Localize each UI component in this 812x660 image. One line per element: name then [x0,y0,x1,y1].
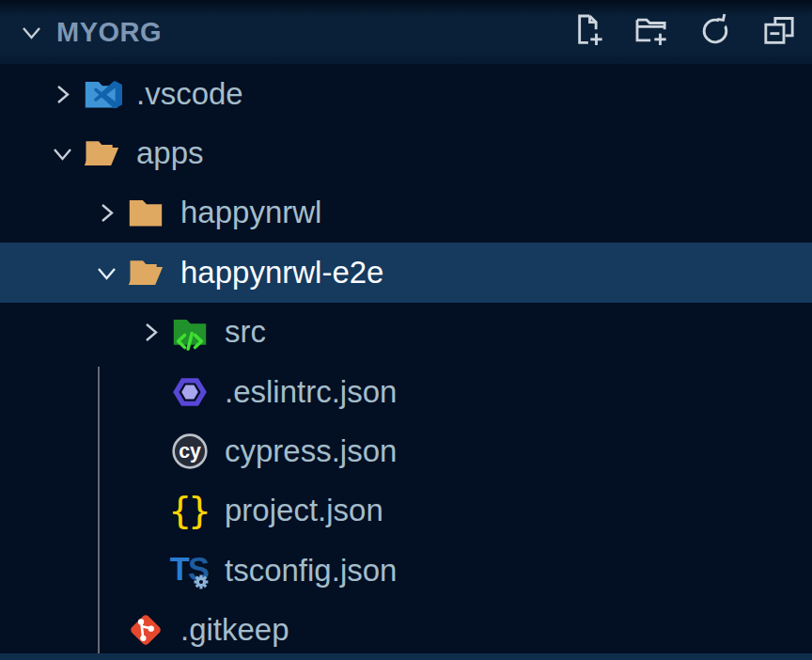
tree-item-label: src [225,314,266,350]
src-folder-icon [169,311,211,353]
eslint-icon [169,371,211,413]
tree-item-cypress-json[interactable]: cycypress.json [0,421,812,480]
tree-item-src[interactable]: src [0,303,812,362]
folder-closed-icon [125,192,166,233]
svg-text:cy: cy [179,440,201,463]
collapse-all-icon [760,11,798,53]
twisty-spacer [132,432,169,470]
tree-item-apps[interactable]: apps [0,123,812,182]
tree-item-happynrwl[interactable]: happynrwl [0,183,812,243]
tree-item-label: happynrwl-e2e [180,255,383,291]
explorer-sidebar: MYORG .vscodeappshappynrwlhappynrwl-e2es… [0,0,812,660]
collapse-all-button[interactable] [759,12,799,52]
twisty-spacer [87,611,125,649]
chevron-down-icon[interactable] [87,254,125,291]
json-braces-icon: {} [169,490,211,531]
tree-item-label: .gitkeep [180,612,289,648]
refresh-icon [696,11,734,53]
folder-open-icon [125,252,166,293]
chevron-down-icon[interactable] [43,134,81,172]
tree-item-project-json[interactable]: {}project.json [0,481,812,541]
new-file-icon [569,11,606,53]
tree-item-tsconfig-json[interactable]: TStsconfig.json [0,541,812,600]
tree-item-label: .eslintrc.json [225,374,397,410]
section-chevron-down-icon[interactable] [15,16,47,48]
tree-item-label: apps [136,135,204,171]
cypress-icon: cy [169,431,211,472]
explorer-section-header[interactable]: MYORG [0,0,812,64]
tree-item-happynrwl-e2e[interactable]: happynrwl-e2e [0,243,812,302]
tree-item-eslintrc-json[interactable]: .eslintrc.json [0,362,812,421]
twisty-spacer [132,552,169,589]
svg-text:}: } [188,490,211,533]
file-tree: .vscodeappshappynrwlhappynrwl-e2esrc.esl… [0,64,812,660]
chevron-right-icon[interactable] [43,75,81,113]
vscode-folder-icon [81,73,122,115]
twisty-spacer [132,492,169,529]
tree-item-label: .vscode [136,76,243,112]
chevron-right-icon[interactable] [87,194,125,231]
svg-text:T: T [170,551,190,587]
git-icon [125,609,166,651]
tree-item-gitkeep[interactable]: .gitkeep [0,601,812,660]
folder-open-icon [81,133,122,174]
tree-item-label: project.json [225,493,383,528]
tree-item-label: happynrwl [180,195,321,230]
tsconfig-icon: TS [169,550,211,591]
explorer-actions [568,12,799,52]
twisty-spacer [132,373,169,411]
new-folder-icon [632,11,670,53]
tree-item-label: cypress.json [225,433,397,469]
new-folder-button[interactable] [632,12,671,52]
chevron-right-icon[interactable] [132,313,169,351]
section-title: MYORG [56,17,568,48]
new-file-button[interactable] [568,12,607,52]
refresh-button[interactable] [695,12,735,52]
tree-item-label: tsconfig.json [225,553,397,589]
tree-item-vscode[interactable]: .vscode [0,64,812,123]
